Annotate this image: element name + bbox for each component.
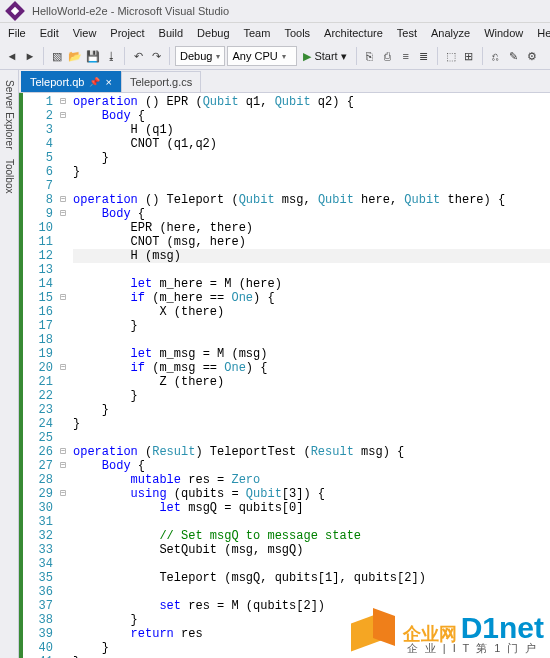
side-tab-toolbox[interactable]: Toolbox: [3, 155, 16, 197]
code-line[interactable]: X (there): [73, 305, 550, 319]
chevron-down-icon: ▾: [282, 52, 286, 61]
cube-icon: [351, 608, 397, 654]
platform-dropdown[interactable]: Any CPU ▾: [227, 46, 297, 66]
menu-help[interactable]: Help: [531, 25, 550, 41]
code-line[interactable]: Body {: [73, 207, 550, 221]
tool-icon[interactable]: ⊞: [461, 48, 477, 64]
open-icon[interactable]: 📂: [67, 48, 83, 64]
code-line[interactable]: [73, 585, 550, 599]
code-line[interactable]: operation (Result) TeleportTest (Result …: [73, 445, 550, 459]
menu-analyze[interactable]: Analyze: [425, 25, 476, 41]
nav-back-icon[interactable]: ◄: [4, 48, 20, 64]
fold-toggle[interactable]: ⊟: [57, 291, 69, 305]
code-line[interactable]: using (qubits = Qubit[3]) {: [73, 487, 550, 501]
fold-toggle[interactable]: ⊟: [57, 361, 69, 375]
tool-icon[interactable]: ⚙: [524, 48, 540, 64]
pin-icon[interactable]: 📌: [89, 77, 100, 87]
tool-icon[interactable]: ⎌: [488, 48, 504, 64]
code-line[interactable]: H (q1): [73, 123, 550, 137]
menubar: FileEditViewProjectBuildDebugTeamToolsAr…: [0, 23, 550, 43]
fold-toggle[interactable]: ⊟: [57, 95, 69, 109]
window-title: HelloWorld-e2e - Microsoft Visual Studio: [32, 5, 229, 17]
fold-toggle[interactable]: ⊟: [57, 487, 69, 501]
start-button[interactable]: ▶ Start ▾: [299, 50, 350, 63]
menu-project[interactable]: Project: [104, 25, 150, 41]
code-line[interactable]: operation () EPR (Qubit q1, Qubit q2) {: [73, 95, 550, 109]
code-line[interactable]: EPR (here, there): [73, 221, 550, 235]
code-line[interactable]: }: [73, 403, 550, 417]
side-tab-server-explorer[interactable]: Server Explorer: [3, 76, 16, 153]
wm-sub: 企 业 | I T 第 1 门 户: [407, 643, 539, 654]
fold-toggle[interactable]: ⊟: [57, 193, 69, 207]
save-all-icon[interactable]: ⭳: [103, 48, 119, 64]
code-line[interactable]: Body {: [73, 109, 550, 123]
code-line[interactable]: }: [73, 389, 550, 403]
code-line[interactable]: H (msg): [73, 249, 550, 263]
tab-teleport-qb[interactable]: Teleport.qb📌×: [21, 71, 121, 92]
save-icon[interactable]: 💾: [85, 48, 101, 64]
play-icon: ▶: [303, 50, 311, 63]
menu-edit[interactable]: Edit: [34, 25, 65, 41]
tool-icon[interactable]: ✎: [506, 48, 522, 64]
code-line[interactable]: operation () Teleport (Qubit msg, Qubit …: [73, 193, 550, 207]
code-line[interactable]: [73, 557, 550, 571]
menu-build[interactable]: Build: [153, 25, 189, 41]
code-line[interactable]: mutable res = Zero: [73, 473, 550, 487]
new-project-icon[interactable]: ▧: [49, 48, 65, 64]
wm-brand-en: D1net: [461, 613, 544, 643]
menu-file[interactable]: File: [2, 25, 32, 41]
code-line[interactable]: if (m_msg == One) {: [73, 361, 550, 375]
tool-icon[interactable]: ≡: [398, 48, 414, 64]
editor-tabs: Teleport.qb📌×Teleport.g.cs: [19, 70, 550, 93]
menu-architecture[interactable]: Architecture: [318, 25, 389, 41]
fold-toggle[interactable]: ⊟: [57, 109, 69, 123]
menu-team[interactable]: Team: [238, 25, 277, 41]
fold-toggle[interactable]: ⊟: [57, 445, 69, 459]
code-line[interactable]: [73, 333, 550, 347]
code-line[interactable]: [73, 515, 550, 529]
menu-debug[interactable]: Debug: [191, 25, 235, 41]
code-line[interactable]: let msgQ = qubits[0]: [73, 501, 550, 515]
chevron-down-icon: ▾: [216, 52, 220, 61]
code-line[interactable]: Teleport (msgQ, qubits[1], qubits[2]): [73, 571, 550, 585]
redo-icon[interactable]: ↷: [148, 48, 164, 64]
watermark-logo: 企业网 D1net 企 业 | I T 第 1 门 户: [351, 608, 544, 654]
fold-column: ⊟⊟⊟⊟⊟⊟⊟⊟⊟: [57, 93, 69, 658]
tab-teleport-g-cs[interactable]: Teleport.g.cs: [121, 71, 201, 92]
tool-icon[interactable]: ⎘: [362, 48, 378, 64]
vs-logo-icon: [5, 1, 25, 21]
code-line[interactable]: }: [73, 417, 550, 431]
code-line[interactable]: Body {: [73, 459, 550, 473]
code-line[interactable]: }: [73, 151, 550, 165]
code-line[interactable]: [73, 179, 550, 193]
tool-icon[interactable]: ≣: [416, 48, 432, 64]
fold-toggle[interactable]: ⊟: [57, 207, 69, 221]
menu-view[interactable]: View: [67, 25, 103, 41]
nav-fwd-icon[interactable]: ►: [22, 48, 38, 64]
code-line[interactable]: }: [73, 319, 550, 333]
code-line[interactable]: SetQubit (msg, msgQ): [73, 543, 550, 557]
code-line[interactable]: [73, 263, 550, 277]
code-line[interactable]: let m_here = M (here): [73, 277, 550, 291]
line-gutter: 1234567891011121314151617181920212223242…: [23, 93, 57, 658]
code-line[interactable]: if (m_here == One) {: [73, 291, 550, 305]
code-line[interactable]: Z (there): [73, 375, 550, 389]
code-content[interactable]: operation () EPR (Qubit q1, Qubit q2) { …: [69, 93, 550, 658]
menu-window[interactable]: Window: [478, 25, 529, 41]
code-line[interactable]: // Set msgQ to message state: [73, 529, 550, 543]
code-editor[interactable]: 1234567891011121314151617181920212223242…: [19, 93, 550, 658]
close-icon[interactable]: ×: [105, 76, 111, 88]
code-line[interactable]: }: [73, 165, 550, 179]
tool-icon[interactable]: ⎙: [380, 48, 396, 64]
code-line[interactable]: [73, 431, 550, 445]
code-line[interactable]: CNOT (q1,q2): [73, 137, 550, 151]
undo-icon[interactable]: ↶: [130, 48, 146, 64]
titlebar: HelloWorld-e2e - Microsoft Visual Studio: [0, 0, 550, 23]
code-line[interactable]: let m_msg = M (msg): [73, 347, 550, 361]
fold-toggle[interactable]: ⊟: [57, 459, 69, 473]
menu-tools[interactable]: Tools: [278, 25, 316, 41]
menu-test[interactable]: Test: [391, 25, 423, 41]
config-dropdown[interactable]: Debug ▾: [175, 46, 225, 66]
code-line[interactable]: CNOT (msg, here): [73, 235, 550, 249]
tool-icon[interactable]: ⬚: [443, 48, 459, 64]
